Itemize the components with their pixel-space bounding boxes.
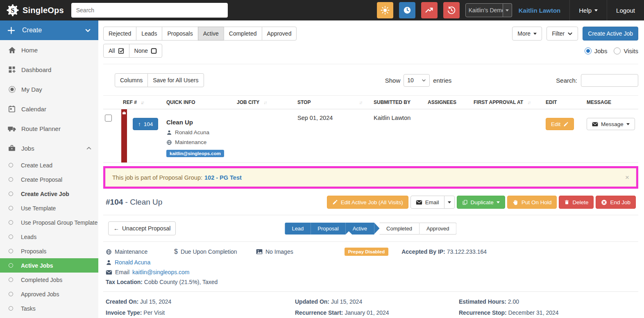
delete-button[interactable]: Delete (559, 196, 594, 209)
logout-link[interactable]: Logout (607, 0, 644, 20)
sidebar-item-leads[interactable]: Leads (0, 230, 98, 244)
wizard-step-lead[interactable]: Lead (285, 223, 311, 235)
sidebar-item-dashboard[interactable]: Dashboard (0, 60, 98, 79)
sidebar-item-use-proposal-group-template[interactable]: Use Proposal Group Template (0, 215, 98, 230)
put-on-hold-button[interactable]: Put On Hold (507, 196, 557, 209)
table-search-input[interactable] (581, 74, 638, 87)
client-name[interactable]: Ronald Acuna (175, 129, 209, 135)
page-size-select[interactable]: 10 (404, 74, 430, 87)
ref-number-button[interactable]: ↑ 104 (133, 118, 158, 130)
tab-completed[interactable]: Completed (224, 27, 262, 41)
dashboard-icon (7, 65, 17, 74)
filter-dropdown-button[interactable]: Filter (546, 27, 578, 41)
invoice-type: Invoice Type: Per Visit (106, 309, 295, 316)
account-selector-caret-button[interactable] (503, 3, 512, 17)
sidebar-item-create-lead[interactable]: Create Lead (0, 158, 98, 172)
tab-approved[interactable]: Approved (262, 27, 297, 41)
account-selector[interactable]: Kaitlin's Demo (465, 3, 512, 17)
circle-x-icon (601, 199, 607, 205)
header-quick-info[interactable]: QUICK INFO (165, 96, 235, 109)
sidebar-item-route-planner[interactable]: Route Planner (0, 119, 98, 138)
columns-button[interactable]: Columns (115, 73, 148, 87)
created-on: Created On: Jul 15, 2024 (106, 298, 295, 305)
history-button[interactable] (443, 2, 460, 18)
close-icon[interactable]: × (625, 174, 629, 181)
proposal-group-notice-highlight: This job is part of Proposal Group: 102 … (103, 166, 638, 189)
sidebar-item-create-proposal[interactable]: Create Proposal (0, 172, 98, 187)
tab-leads[interactable]: Leads (136, 27, 162, 41)
globe-icon (106, 249, 112, 255)
globe-icon (166, 140, 172, 145)
visits-radio[interactable]: Visits (614, 47, 638, 54)
calendar-icon (7, 105, 17, 113)
caret-down-icon (533, 33, 537, 35)
sidebar-item-home[interactable]: Home (0, 40, 98, 60)
sidebar: Create Home Dashboard My Day (0, 20, 98, 318)
recurrence-start: Recurrence Start: January 01, 2024 (295, 309, 459, 316)
unaccept-proposal-button[interactable]: ← Unaccept Proposal (108, 221, 176, 235)
help-menu[interactable]: Help (570, 0, 607, 20)
create-active-job-button[interactable]: Create Active Job (583, 27, 638, 41)
edit-active-job-button[interactable]: Edit Active Job (All Visits) (327, 196, 408, 209)
row-checkbox[interactable] (105, 115, 112, 122)
header-job-city[interactable]: JOB CITY↓↑ (235, 96, 296, 109)
proposal-group-link[interactable]: 102 - PG Test (204, 174, 242, 181)
header-stop[interactable]: STOP↓↑ (296, 96, 372, 109)
save-for-all-users-button[interactable]: Save for All Users (147, 73, 204, 87)
select-all-button[interactable]: All (103, 44, 129, 58)
header-first-approval-at[interactable]: FIRST APPROVAL AT↓↑ (472, 96, 544, 109)
stop-date: Sep 01, 2024 (296, 109, 372, 163)
select-none-button[interactable]: None (129, 44, 162, 58)
sidebar-item-use-template[interactable]: Use Template (0, 201, 98, 215)
wizard-step-completed[interactable]: Completed (379, 223, 420, 235)
daylight-button[interactable] (377, 2, 393, 18)
proposal-group-notice: This job is part of Proposal Group: 102 … (105, 168, 636, 187)
email-dropdown-caret-button[interactable] (444, 196, 455, 209)
job-type: Maintenance (175, 139, 206, 145)
status-tab-group: Rejected Leads Proposals Active Complete… (103, 27, 297, 41)
sidebar-item-jobs[interactable]: Jobs (0, 138, 98, 158)
user-profile-link[interactable]: Kaitlin Lawton (519, 7, 561, 14)
sidebar-item-tasks[interactable]: Tasks (0, 301, 98, 316)
sidebar-item-create-active-job[interactable]: Create Active Job (0, 187, 98, 201)
sidebar-item-approved-jobs[interactable]: Approved Jobs (0, 287, 98, 301)
sidebar-item-proposals[interactable]: Proposals (0, 244, 98, 258)
check-square-icon (118, 48, 124, 54)
row-edit-button[interactable]: Edit (546, 118, 574, 130)
job-title[interactable]: Clean Up (166, 115, 232, 126)
wizard-step-approved[interactable]: Approved (420, 223, 457, 235)
circle-icon (9, 249, 13, 253)
end-job-button[interactable]: End Job (596, 196, 636, 209)
sidebar-item-active-jobs[interactable]: Active Jobs (0, 258, 98, 273)
table-row: ↑ 104 Clean Up Ronald Acuna (103, 109, 638, 163)
brand[interactable]: S SingleOps (0, 4, 71, 16)
header-submitted-by[interactable]: SUBMITTED BY (372, 96, 426, 109)
global-search-input[interactable] (71, 3, 228, 18)
email-link[interactable]: kaitlin@singleops.com (132, 269, 190, 275)
sidebar-item-completed-jobs[interactable]: Completed Jobs (0, 273, 98, 287)
caret-down-icon (448, 201, 451, 203)
email-tag-badge[interactable]: kaitlin@singleops.com (166, 150, 224, 157)
tab-proposals[interactable]: Proposals (162, 27, 198, 41)
sidebar-item-my-day[interactable]: My Day (0, 79, 98, 99)
email-button[interactable]: Email (410, 196, 444, 209)
create-button[interactable]: Create (0, 20, 98, 40)
job-detail-title: #104 - Clean Up (106, 198, 162, 207)
tab-rejected[interactable]: Rejected (103, 27, 136, 41)
more-dropdown-button[interactable]: More (512, 27, 542, 41)
tab-active[interactable]: Active (198, 27, 224, 41)
client-link[interactable]: Ronald Acuna (115, 259, 150, 266)
account-selector-value[interactable]: Kaitlin's Demo (465, 3, 503, 17)
duplicate-button[interactable]: Duplicate (457, 196, 505, 209)
chevron-up-icon (86, 145, 92, 151)
circle-icon (9, 263, 13, 268)
wizard-step-proposal[interactable]: Proposal (311, 223, 345, 235)
notice-text: This job is part of Proposal Group: (112, 174, 202, 181)
reports-button[interactable] (421, 2, 438, 18)
jobs-radio[interactable]: Jobs (585, 47, 608, 54)
header-assignees[interactable]: ASSIGNEES (426, 96, 472, 109)
time-clock-button[interactable] (399, 2, 415, 18)
sidebar-item-calendar[interactable]: Calendar (0, 99, 98, 119)
header-ref[interactable]: REF #↓↑ (121, 96, 165, 109)
row-message-button[interactable]: Message (587, 118, 635, 130)
